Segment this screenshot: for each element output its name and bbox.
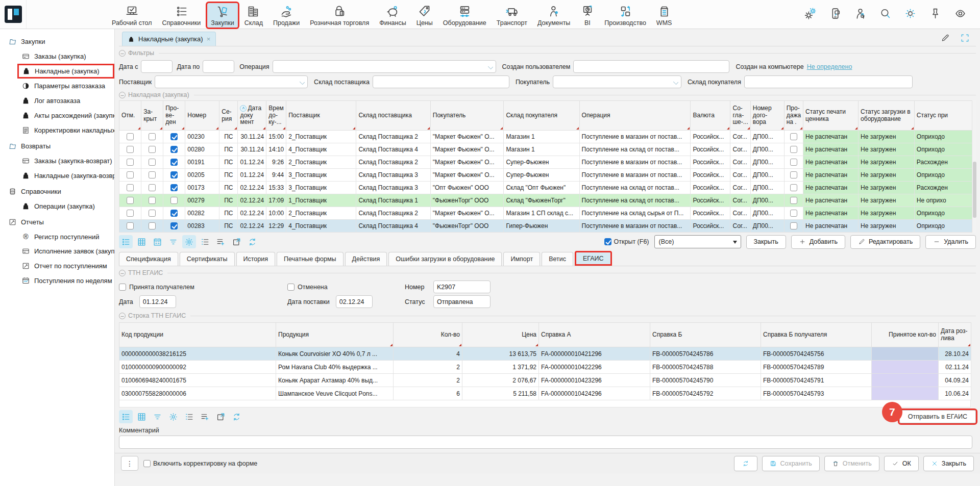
comment-input[interactable]: [119, 436, 972, 449]
checkbox-cell[interactable]: [141, 194, 163, 207]
table-row[interactable]: 00280ПС30.11.2414:104_ПоставщикСклад Пос…: [119, 143, 976, 156]
row-checkbox[interactable]: [149, 184, 156, 191]
table-row[interactable]: 00230ПС30.11.2415:002_ПоставщикСклад Пос…: [119, 131, 976, 143]
toolbar-gear-button[interactable]: [182, 235, 196, 248]
checkbox-cell[interactable]: [784, 131, 803, 143]
checkbox-cell[interactable]: [163, 220, 185, 233]
column-header[interactable]: Цена: [462, 323, 539, 347]
close-icon[interactable]: ×: [207, 35, 211, 43]
app-logo[interactable]: [0, 0, 27, 29]
nav-item-sales[interactable]: Продажи: [270, 3, 303, 28]
row-checkbox[interactable]: [127, 197, 134, 204]
table-row[interactable]: 00279ПС02.12.2417:091_ПоставщикСклад Пос…: [119, 194, 976, 207]
toolbar-filter-button[interactable]: [151, 410, 164, 423]
column-header[interactable]: Кол-во: [394, 323, 462, 347]
nav-item-documents[interactable]: Документы: [534, 3, 574, 28]
detail-tab-Ошибки загрузки в оборудование[interactable]: Ошибки загрузки в оборудование: [388, 252, 502, 266]
checkbox-cell[interactable]: [163, 207, 185, 220]
row-checkbox[interactable]: [127, 210, 134, 217]
column-header[interactable]: Справка А: [539, 323, 650, 347]
column-header[interactable]: Про- дажа на .: [784, 101, 803, 131]
checkbox-cell[interactable]: [163, 182, 185, 194]
row-checkbox[interactable]: [790, 222, 797, 229]
row-checkbox[interactable]: [790, 197, 797, 204]
visibility-button[interactable]: [954, 7, 967, 21]
checkbox-cell[interactable]: [163, 156, 185, 169]
toolbar-gear-button[interactable]: [166, 410, 180, 423]
toolbar-list-add-button[interactable]: [214, 235, 228, 248]
column-header[interactable]: Код продукции: [119, 323, 276, 347]
save-button[interactable]: Сохранить: [762, 456, 820, 471]
column-header[interactable]: Покупатель: [430, 101, 504, 131]
supplier-wh-input[interactable]: [373, 75, 509, 88]
date-from-input[interactable]: [141, 60, 173, 73]
nav-item-handbooks[interactable]: Справочники: [158, 3, 204, 28]
column-header[interactable]: Отм.: [119, 101, 141, 131]
checkbox-cell[interactable]: [119, 194, 141, 207]
nav-item-wms[interactable]: WMS: [653, 3, 676, 28]
checkbox-cell[interactable]: [141, 169, 163, 182]
fullscreen-icon[interactable]: [960, 33, 970, 43]
buyer-select[interactable]: [553, 75, 681, 88]
checkbox-cell[interactable]: [119, 207, 141, 220]
edit-button[interactable]: Редактировать: [850, 235, 920, 249]
toolbar-num-list-button[interactable]: [198, 235, 212, 248]
toolbar-filter-button[interactable]: [166, 235, 180, 248]
column-header[interactable]: Поставщик: [286, 101, 356, 131]
detail-tab-Ветис[interactable]: Ветис: [542, 252, 573, 266]
cell-accepted-qty[interactable]: [872, 361, 939, 374]
detail-tab-Импорт[interactable]: Импорт: [503, 252, 540, 266]
row-checkbox[interactable]: [790, 210, 797, 217]
nav-item-transport[interactable]: Транспорт: [493, 3, 531, 28]
buyer-wh-input[interactable]: [744, 75, 913, 88]
checkbox-cell[interactable]: [163, 194, 185, 207]
column-header[interactable]: Статус печати ценника: [803, 101, 859, 131]
row-checkbox[interactable]: [170, 159, 178, 166]
sidebar-item-Параметры автозаказа[interactable]: Параметры автозаказа: [20, 79, 114, 93]
edit-pencil-icon[interactable]: [940, 33, 950, 43]
row-checkbox[interactable]: [170, 146, 178, 153]
row-checkbox[interactable]: [127, 184, 134, 191]
search-button[interactable]: [879, 7, 892, 21]
close-button[interactable]: Закрыть: [923, 456, 974, 471]
detail-tab-Спецификация[interactable]: Спецификация: [119, 252, 178, 266]
sidebar-item-Заказы (закупка)[interactable]: Заказы (закупка): [20, 49, 114, 64]
checkbox-cell[interactable]: [163, 143, 185, 156]
checkbox-cell[interactable]: [784, 194, 803, 207]
row-checkbox[interactable]: [149, 159, 156, 166]
table-row[interactable]: 0000000000038216125Коньяк Courvoisier XO…: [119, 347, 971, 361]
brightness-button[interactable]: [904, 7, 917, 21]
checkbox-cell[interactable]: [119, 220, 141, 233]
column-header[interactable]: Дата роз- лива: [939, 323, 971, 347]
collapse-icon[interactable]: –: [119, 270, 126, 276]
nav-item-warehouse[interactable]: Склад: [241, 3, 266, 28]
sidebar-item-Заказы (закупка-возврат)[interactable]: Заказы (закупка-возврат): [20, 154, 114, 168]
column-header[interactable]: Продукция: [276, 323, 394, 347]
sidebar-group-Справочники[interactable]: Справочники: [7, 184, 114, 199]
sidebar-item-Накладные (закупка-возврат)[interactable]: Накладные (закупка-возврат): [20, 168, 114, 183]
collapse-icon[interactable]: –: [119, 313, 126, 319]
created-by-input[interactable]: [573, 60, 729, 73]
sidebar-item-Акты расхождений (закупка)[interactable]: Акты расхождений (закупка): [20, 108, 114, 123]
checkbox-cell[interactable]: [119, 182, 141, 194]
created-on-link[interactable]: Не определено: [807, 63, 852, 70]
row-checkbox[interactable]: [170, 184, 178, 191]
row-checkbox[interactable]: [170, 210, 178, 217]
checkbox-cell[interactable]: [141, 131, 163, 143]
column-header[interactable]: Справка Б получателя: [761, 323, 872, 347]
cancelled-checkbox[interactable]: [287, 284, 295, 291]
checkbox-cell[interactable]: [784, 182, 803, 194]
nav-item-retail[interactable]: Розничная торговля: [306, 3, 373, 28]
nav-item-bi[interactable]: BI: [577, 3, 598, 28]
ok-button[interactable]: ОК: [884, 456, 919, 471]
checkbox-cell[interactable]: [119, 143, 141, 156]
send-to-egais-button[interactable]: Отправить в ЕГАИС: [899, 410, 976, 423]
filter-select[interactable]: (Все): [654, 235, 741, 248]
checkbox-cell[interactable]: [119, 156, 141, 169]
pin-button[interactable]: [929, 7, 942, 21]
row-checkbox[interactable]: [790, 171, 797, 178]
column-header[interactable]: ˄Дата доку мент: [238, 101, 266, 131]
checkbox-cell[interactable]: [784, 143, 803, 156]
document-tab[interactable]: Накладные (закупка) ×: [122, 32, 216, 46]
adjust-on-form-checkbox[interactable]: Включить корректировку на форме: [143, 460, 257, 467]
